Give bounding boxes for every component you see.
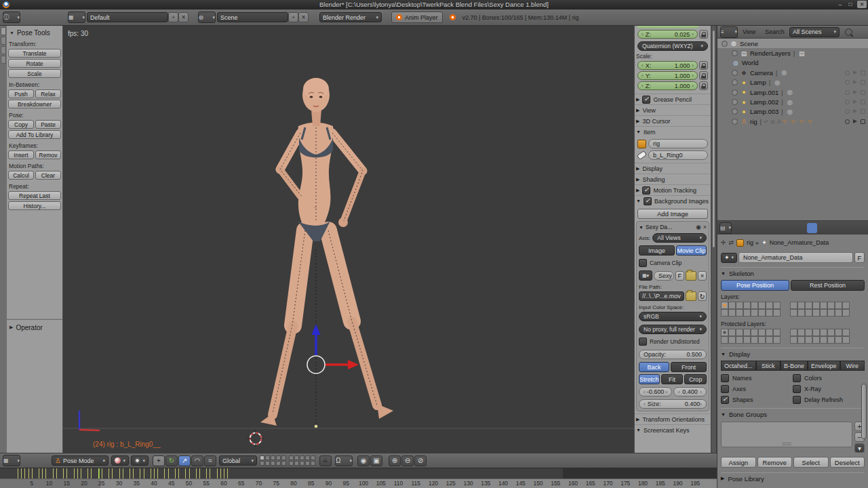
keyframe-marker[interactable] xyxy=(196,468,197,479)
selectability-icon[interactable] xyxy=(853,70,857,75)
keyframe-marker[interactable] xyxy=(175,468,176,479)
layer-cell[interactable] xyxy=(305,461,310,466)
layer-cell[interactable] xyxy=(289,461,294,466)
armature-layers-grid[interactable] xyxy=(721,302,781,317)
layer-cell[interactable] xyxy=(797,329,805,336)
layer-cell[interactable] xyxy=(721,336,728,344)
keyframe-marker[interactable] xyxy=(112,468,113,479)
keyframe-marker[interactable] xyxy=(45,468,46,479)
layer-cell[interactable] xyxy=(305,455,310,460)
renderability-icon[interactable] xyxy=(861,100,865,104)
keyframe-marker[interactable] xyxy=(154,468,155,479)
manipulator-toggle[interactable]: + xyxy=(153,455,165,466)
layer-cell[interactable] xyxy=(820,329,827,336)
layer-cell[interactable] xyxy=(827,336,835,344)
editor-type-button[interactable]: ⓘ▾ xyxy=(3,12,20,23)
tool-button[interactable]: Translate xyxy=(8,49,61,58)
pose-tools-panel-header[interactable]: Pose Tools xyxy=(9,28,61,37)
layer-cell[interactable] xyxy=(773,336,781,344)
source-movieclip-toggle[interactable]: Movie Clip xyxy=(676,245,707,256)
view-panel[interactable]: ▶View xyxy=(635,104,711,115)
screen-layout-field[interactable]: Default xyxy=(87,12,168,22)
grease-pencil-panel[interactable]: ▶✓Grease Pencil xyxy=(635,94,711,104)
layer-cell[interactable] xyxy=(790,336,797,344)
visibility-icon[interactable] xyxy=(845,90,850,95)
scale-field[interactable]: ‹X:1.000› xyxy=(637,61,698,70)
tool-button[interactable]: Rotate xyxy=(8,59,61,68)
layer-cell[interactable] xyxy=(805,336,812,344)
layer-cell[interactable] xyxy=(820,302,827,309)
rotation-mode-select[interactable]: Quaternion (WXYZ)▾ xyxy=(637,41,708,51)
mode-select[interactable]: ♙ Pose Mode▾ xyxy=(52,455,108,466)
visibility-icon[interactable] xyxy=(845,109,850,114)
tool-button[interactable]: Copy xyxy=(8,120,34,129)
color-space-select[interactable]: sRGB▾ xyxy=(639,312,707,321)
layer-cell[interactable] xyxy=(721,309,728,317)
layer-cell[interactable] xyxy=(797,302,805,309)
layer-cell[interactable] xyxy=(721,329,728,336)
opacity-slider[interactable]: Opacity:0.500 xyxy=(639,350,707,359)
screencast-keys-panel[interactable]: ▼Screencast Keys xyxy=(635,424,711,435)
skeleton-panel-header[interactable]: Skeleton xyxy=(721,267,865,279)
tool-button[interactable]: Clear xyxy=(35,171,61,180)
expand-toggle[interactable] xyxy=(732,50,738,56)
layer-cell[interactable] xyxy=(281,455,286,460)
layer-cell[interactable] xyxy=(300,455,304,460)
reload-icon[interactable]: ↻ xyxy=(698,291,707,301)
layer-cell[interactable] xyxy=(842,329,850,336)
keyframe-marker[interactable] xyxy=(140,468,140,479)
layer-cell[interactable] xyxy=(260,455,264,460)
keyframe-marker[interactable] xyxy=(91,468,92,479)
axis-select[interactable]: All Views▾ xyxy=(652,233,707,243)
y-offset-field[interactable]: ‹0.400› xyxy=(673,387,707,396)
keyframe-marker[interactable] xyxy=(32,468,33,479)
layer-cell[interactable] xyxy=(736,329,743,336)
keyframe-marker[interactable] xyxy=(53,468,54,479)
keyframe-marker[interactable] xyxy=(123,468,123,479)
expand-toggle[interactable] xyxy=(732,99,738,105)
expand-toggle[interactable] xyxy=(732,89,738,96)
crop-toggle[interactable]: Crop xyxy=(684,374,707,384)
render-opengl-button[interactable]: ◉ xyxy=(357,455,370,466)
layer-cell[interactable] xyxy=(790,309,797,317)
pin-icon[interactable]: ✛ xyxy=(721,239,726,246)
bone-groups-list[interactable] xyxy=(721,422,852,447)
tool-button[interactable]: Add To Library xyxy=(8,130,61,139)
layer-cell[interactable] xyxy=(797,309,805,317)
layer-cell[interactable] xyxy=(820,336,827,344)
layer-cell[interactable] xyxy=(812,302,820,309)
source-image-toggle[interactable]: Image xyxy=(639,245,675,256)
display-option[interactable]: Colors xyxy=(793,373,865,384)
viewport-scrollbar[interactable] xyxy=(711,26,717,453)
layer-cell[interactable] xyxy=(835,329,842,336)
layer-cell[interactable] xyxy=(276,461,281,466)
renderability-icon[interactable] xyxy=(861,90,865,95)
copy-pose-button[interactable]: ⊕ xyxy=(389,455,401,466)
toolshelf-tab[interactable] xyxy=(1,37,6,45)
layer-cell[interactable] xyxy=(311,461,315,466)
layer-cell[interactable] xyxy=(842,336,850,344)
keyframe-marker[interactable] xyxy=(185,468,186,479)
layer-cell[interactable] xyxy=(773,329,781,336)
keyframe-marker[interactable] xyxy=(39,468,39,479)
fake-user-button[interactable]: F xyxy=(675,271,684,281)
expand-toggle[interactable] xyxy=(722,41,728,47)
layer-cell[interactable] xyxy=(289,455,294,460)
selectability-icon[interactable] xyxy=(853,109,857,113)
keyframe-marker[interactable] xyxy=(87,468,88,479)
outliner-row[interactable]: RenderLayers | xyxy=(717,48,868,58)
pose-position-toggle[interactable]: Pose Position xyxy=(721,280,789,291)
back-toggle[interactable]: Back xyxy=(639,362,669,372)
background-images-panel[interactable]: ▼✓Background Images xyxy=(635,195,711,206)
rotation-z-field[interactable]: ‹Z:0.025› xyxy=(637,30,698,39)
render-engine-select[interactable]: Blender Render▾ xyxy=(319,12,382,22)
maximize-button[interactable]: □ xyxy=(846,1,855,8)
renderability-icon[interactable] xyxy=(861,70,865,75)
rotate-manipulator-icon[interactable]: ↗ xyxy=(178,455,191,466)
timeline-ruler[interactable]: 5101520253035404550556065707580859095100… xyxy=(0,479,717,488)
bone-group-action-button[interactable]: Remove xyxy=(757,457,793,468)
scene-icon-button[interactable]: ◍▾ xyxy=(198,12,216,23)
selectability-icon[interactable] xyxy=(853,100,857,104)
expand-toggle[interactable] xyxy=(732,79,738,85)
bone-name-field[interactable]: b_L_Ring0 xyxy=(648,150,708,160)
